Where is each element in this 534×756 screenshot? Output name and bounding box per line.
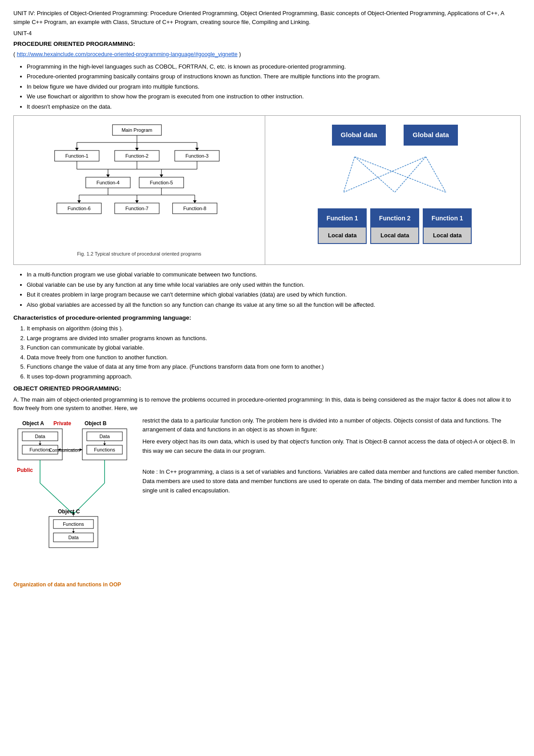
svg-text:Functions: Functions — [94, 447, 115, 452]
svg-text:Object C: Object C — [58, 508, 80, 515]
char-item: Functions change the value of data at an… — [27, 362, 521, 371]
bullets2: In a multi-function program we use globa… — [27, 270, 521, 309]
bullet-item: Programming in the high-level languages … — [27, 62, 521, 71]
tree-diagram: Main Program Function-1 Function-2 Funct… — [14, 116, 265, 264]
oop-content-row: Object A Private Data Functions Object B… — [13, 416, 521, 592]
bullet-item: It doesn't emphasize on the data. — [27, 102, 521, 111]
function-cards-row: Function 1 Local data Function 2 Local d… — [318, 208, 472, 244]
svg-marker-73 — [80, 448, 82, 451]
intro-bullets: Programming in the high-level languages … — [27, 62, 521, 111]
global-data-box-2: Global data — [404, 125, 458, 146]
bullet2-item: But it creates problem in large program … — [27, 290, 521, 299]
global-data-diagram: Global data Global data Function 1 Local… — [270, 116, 521, 264]
function-card-2: Function 2 Local data — [370, 208, 419, 244]
diagrams-container: Main Program Function-1 Function-2 Funct… — [13, 115, 521, 265]
svg-marker-9 — [195, 148, 199, 150]
svg-line-47 — [344, 157, 355, 192]
svg-line-52 — [426, 157, 446, 192]
svg-text:Function-2: Function-2 — [125, 153, 149, 159]
char-item: Large programs are divided into smaller … — [27, 334, 521, 343]
reference-link[interactable]: http://www.hexainclude.com/procedure-ori… — [17, 51, 238, 57]
oop-intro: A. The main aim of object-oriented progr… — [13, 395, 521, 413]
function-card-2-header: Function 2 — [371, 209, 418, 228]
svg-marker-34 — [77, 200, 81, 203]
svg-marker-36 — [135, 200, 139, 203]
char-list: It emphasis on algorithm (doing this ). … — [27, 324, 521, 381]
function-card-1-header: Function 1 — [319, 209, 366, 228]
section1-title: PROCEDURE ORIENTED PROGRAMMING: — [13, 40, 521, 49]
global-data-box-1: Global data — [332, 125, 386, 146]
bullet-item: In below figure we have divided our prog… — [27, 82, 521, 91]
oop-diagram-caption: Organization of data and functions in OO… — [13, 581, 134, 589]
svg-text:Functions: Functions — [63, 521, 84, 527]
function-card-2-footer: Local data — [371, 228, 418, 244]
char-item: It emphasis on algorithm (doing this ). — [27, 324, 521, 333]
svg-text:Function-8: Function-8 — [183, 206, 206, 211]
svg-text:Public: Public — [17, 467, 33, 473]
function-card-1-footer: Local data — [319, 228, 366, 244]
svg-marker-21 — [106, 175, 110, 177]
link-line: ( http://www.hexainclude.com/procedure-o… — [13, 50, 521, 59]
svg-text:Data: Data — [68, 535, 79, 540]
bullet2-item: Global variable can be use by any functi… — [27, 280, 521, 289]
svg-text:Functions: Functions — [29, 447, 51, 452]
char-item: Data move freely from one function to an… — [27, 353, 521, 362]
svg-text:Private: Private — [53, 420, 71, 427]
bullet-item: We use flowchart or algorithm to show ho… — [27, 92, 521, 101]
oop-para1: restrict the data to a particular functi… — [142, 416, 521, 435]
bullet-item: Procedure-oriented programming basically… — [27, 72, 521, 81]
svg-text:Function-3: Function-3 — [186, 153, 209, 159]
char-title: Characteristics of procedure-oriented pr… — [13, 313, 521, 322]
svg-text:Main Program: Main Program — [121, 127, 152, 133]
svg-marker-40 — [193, 200, 197, 203]
oop-diagram: Object A Private Data Functions Object B… — [13, 416, 134, 592]
svg-line-49 — [355, 157, 446, 192]
svg-marker-8 — [135, 148, 139, 150]
oop-text: restrict the data to a particular functi… — [142, 416, 521, 592]
svg-text:Data: Data — [99, 434, 110, 439]
unit-intro: UNIT IV: Principles of Object-Oriented P… — [13, 9, 521, 26]
oop-para3: Note : In C++ programming, a class is a … — [142, 467, 521, 495]
svg-marker-26 — [160, 175, 163, 177]
function-card-1: Function 1 Local data — [318, 208, 367, 244]
svg-marker-7 — [75, 148, 79, 150]
svg-text:Function-1: Function-1 — [65, 153, 89, 159]
char-item: Function can communicate by global varia… — [27, 343, 521, 352]
svg-text:Function-6: Function-6 — [68, 206, 91, 211]
bullet2-item: In a multi-function program we use globa… — [27, 270, 521, 279]
svg-line-48 — [355, 157, 395, 192]
svg-text:Function-4: Function-4 — [97, 180, 120, 185]
svg-text:Data: Data — [35, 434, 45, 439]
unit-label: UNIT-4 — [13, 29, 521, 38]
function-card-3: Function 1 Local data — [423, 208, 472, 244]
svg-text:Communication: Communication — [49, 448, 80, 453]
svg-text:Function-5: Function-5 — [150, 180, 173, 185]
svg-line-50 — [344, 157, 426, 192]
bullet2-item: Also global variables are accessed by al… — [27, 301, 521, 309]
svg-text:Object A: Object A — [22, 420, 44, 427]
char-item: It uses top-down programming approach. — [27, 372, 521, 381]
oop-title: OBJECT ORIENTED PROGRAMMING: — [13, 384, 521, 393]
function-card-3-footer: Local data — [424, 228, 471, 244]
function-card-3-header: Function 1 — [424, 209, 471, 228]
svg-text:Function-7: Function-7 — [125, 206, 149, 211]
fig-caption: Fig. 1.2 Typical structure of procedural… — [18, 250, 260, 258]
svg-text:Object B: Object B — [85, 420, 107, 427]
oop-para2: Here every object has its own data, whic… — [142, 437, 521, 456]
